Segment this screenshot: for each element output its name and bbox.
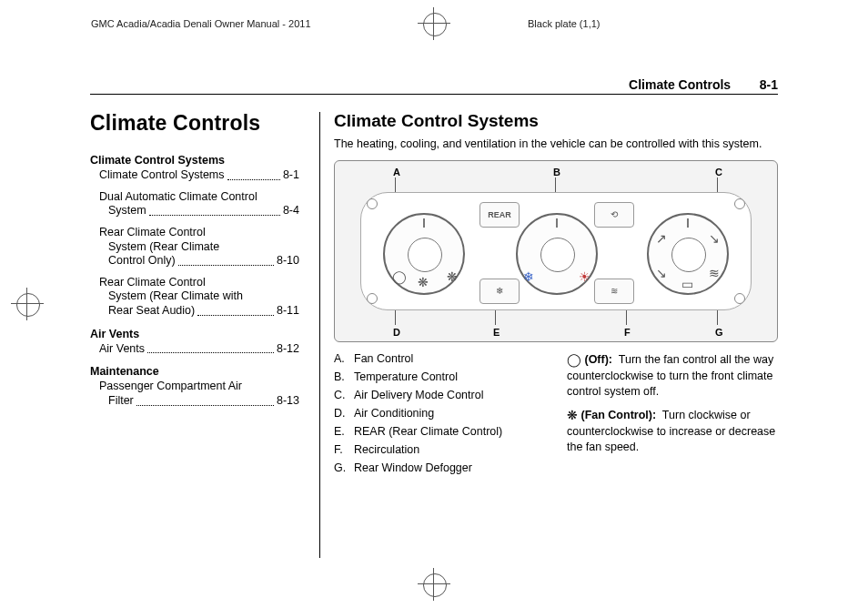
chapter-title: Climate Controls	[90, 111, 299, 136]
fan-label: (Fan Control):	[580, 409, 656, 421]
toc-group-head: Air Vents	[90, 328, 299, 340]
callout-label: F	[622, 327, 632, 338]
legend-item: D.Air Conditioning	[334, 406, 545, 421]
panel-bezel: ◯❋❋ ❄☀ ↗↘ ↘≋ ▭ REAR ❄ ⟲ ≋	[360, 192, 752, 310]
body-column: Climate Control Systems The heating, coo…	[334, 109, 778, 478]
intro-paragraph: The heating, cooling, and ventilation in…	[334, 137, 778, 151]
callout-leader	[555, 177, 556, 192]
toc-entry: Filter 8-13	[90, 394, 299, 409]
content-area: Climate Controls Climate Control Systems…	[90, 109, 778, 564]
temperature-dial-icon: ❄☀	[516, 213, 598, 295]
callout-label: C	[713, 167, 724, 177]
fan-icon: ❋	[567, 408, 578, 422]
section-title: Climate Control Systems	[334, 111, 778, 131]
legend-item: C.Air Delivery Mode Control	[334, 388, 545, 403]
manual-page: GMC Acadia/Acadia Denali Owner Manual - …	[0, 0, 868, 608]
screw-icon	[734, 293, 745, 304]
off-label: (Off):	[584, 353, 612, 366]
legend-item: G.Rear Window Defogger	[334, 461, 545, 476]
callout-leader	[495, 310, 496, 325]
callout-label: D	[391, 327, 402, 338]
running-page: 8-1	[734, 77, 778, 92]
header-rule	[90, 94, 778, 95]
screw-icon	[367, 198, 378, 209]
legend-item: A.Fan Control	[334, 351, 545, 367]
off-description: ◯ (Off): Turn the fan control all the wa…	[567, 351, 778, 400]
toc-column: Climate Controls Climate Control Systems…	[90, 109, 310, 416]
toc-entry: Rear Seat Audio) 8-11	[90, 304, 299, 319]
toc-entry-line: System (Rear Climate	[90, 240, 299, 255]
toc-group-head: Maintenance	[90, 365, 299, 378]
toc-entry-line: Passenger Compartment Air	[90, 380, 299, 394]
toc-entry-line: System (Rear Climate with	[90, 289, 299, 304]
legend-item: F.Recirculation	[334, 442, 545, 458]
ac-button-icon: ❄	[479, 279, 520, 304]
callout-leader	[626, 310, 627, 325]
callout-leader	[717, 310, 718, 325]
legend-item: E.REAR (Rear Climate Control)	[334, 424, 545, 440]
callout-label: E	[491, 327, 501, 338]
header-right: Black plate (1,1)	[528, 18, 600, 29]
callout-leader	[717, 177, 718, 192]
screw-icon	[367, 293, 378, 304]
running-head: Climate Controls 8-1	[629, 77, 778, 92]
fan-dial-icon: ◯❋❋	[383, 213, 465, 295]
rear-button-icon: REAR	[479, 202, 520, 228]
defog-button-icon: ≋	[594, 279, 634, 304]
callout-leader	[395, 310, 396, 325]
mode-dial-icon: ↗↘ ↘≋ ▭	[647, 213, 729, 295]
climate-panel-figure: ◯❋❋ ❄☀ ↗↘ ↘≋ ▭ REAR ❄ ⟲ ≋	[334, 160, 778, 342]
legend-column: A.Fan Control B.Temperature Control C.Ai…	[334, 351, 545, 478]
registration-mark-icon	[418, 568, 450, 601]
callout-leader	[395, 177, 396, 192]
running-title: Climate Controls	[629, 77, 731, 92]
screw-icon	[734, 198, 745, 209]
toc-group-head: Climate Control Systems	[90, 154, 299, 167]
column-divider	[319, 112, 320, 558]
toc-entry: System 8-4	[90, 204, 299, 218]
callout-label: G	[713, 327, 725, 338]
legend-item: B.Temperature Control	[334, 370, 545, 385]
fan-description: ❋ (Fan Control): Turn clockwise or count…	[567, 407, 778, 455]
recirc-button-icon: ⟲	[594, 202, 634, 228]
description-column: ◯ (Off): Turn the fan control all the wa…	[567, 351, 778, 478]
toc-entry-line: Dual Automatic Climate Control	[90, 190, 299, 205]
header-left: GMC Acadia/Acadia Denali Owner Manual - …	[91, 18, 311, 29]
registration-mark-icon	[11, 288, 44, 320]
toc-entry: Air Vents 8-12	[90, 342, 299, 357]
callout-label: B	[551, 167, 562, 177]
registration-mark-icon	[418, 7, 450, 40]
toc-entry: Control Only) 8-10	[90, 254, 299, 269]
toc-entry: Climate Control Systems 8-1	[90, 168, 299, 183]
toc-entry-line: Rear Climate Control	[90, 226, 299, 240]
off-icon: ◯	[567, 352, 581, 367]
callout-label: A	[391, 167, 402, 177]
lower-columns: A.Fan Control B.Temperature Control C.Ai…	[334, 351, 778, 478]
toc-entry-line: Rear Climate Control	[90, 276, 299, 290]
